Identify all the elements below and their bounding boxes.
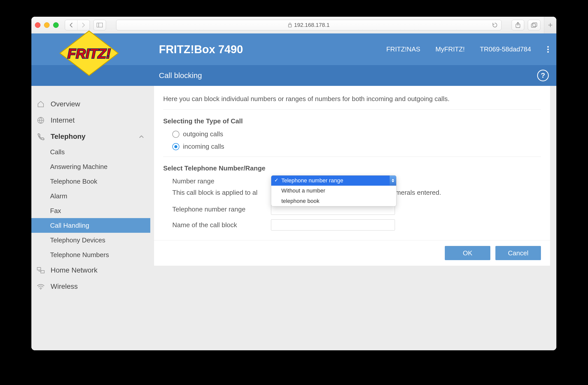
sidebar-item-wireless[interactable]: Wireless — [31, 278, 150, 295]
traffic-lights — [35, 22, 59, 28]
sidebar-item-alarm[interactable]: Alarm — [31, 189, 150, 203]
section-title-select-range: Select Telephone Number/Range — [163, 164, 541, 172]
radio-outgoing[interactable]: outgoing calls — [172, 130, 541, 138]
link-fritznas[interactable]: FRITZ!NAS — [386, 45, 420, 53]
minimize-window-icon[interactable] — [44, 22, 50, 28]
sidebar-item-home-network[interactable]: Home Network — [31, 262, 150, 278]
help-icon[interactable]: ? — [537, 70, 549, 81]
dropdown-option-without-number[interactable]: Without a number — [271, 186, 396, 196]
chevron-up-icon — [139, 135, 144, 138]
menu-dots-icon[interactable] — [546, 46, 550, 53]
sidebar-label: Wireless — [51, 282, 78, 291]
svg-rect-9 — [37, 267, 41, 270]
dropdown-stepper-icon — [390, 176, 396, 186]
address-bar[interactable]: 192.168.178.1 — [116, 20, 501, 30]
radio-icon — [172, 131, 179, 138]
link-session[interactable]: TR069-58dad784 — [480, 45, 531, 53]
input-block-name[interactable] — [271, 219, 395, 230]
sidebar-label: Home Network — [51, 266, 97, 274]
network-icon — [35, 267, 46, 274]
address-text: 192.168.178.1 — [294, 22, 330, 28]
sidebar-item-calls[interactable]: Calls — [31, 145, 150, 159]
content-panel: Here you can block individual numbers or… — [154, 86, 550, 266]
fritz-logo: FRITZ! — [54, 28, 124, 79]
section-title-call-type: Selecting the Type of Call — [163, 117, 541, 125]
dropdown-option-telephone-book[interactable]: telephone book — [271, 196, 396, 206]
header-links: FRITZ!NAS MyFRITZ! TR069-58dad784 — [386, 45, 556, 53]
page-title: Call blocking — [159, 71, 202, 80]
page-body: FRITZ! FRITZ!Box 7490 FRITZ!NAS MyFRITZ!… — [31, 33, 556, 350]
sidebar-item-answering-machine[interactable]: Answering Machine — [31, 159, 150, 174]
link-myfritz[interactable]: MyFRITZ! — [435, 45, 465, 53]
svg-text:FRITZ!: FRITZ! — [68, 46, 111, 61]
sidebar-item-internet[interactable]: Internet — [31, 112, 150, 128]
sidebar-item-telephony[interactable]: Telephony — [31, 128, 150, 145]
sidebar-label: Overview — [51, 100, 80, 108]
svg-rect-0 — [97, 23, 103, 27]
radio-label: incoming calls — [183, 143, 224, 150]
label-tel-range: Telephone number range — [172, 205, 271, 213]
lock-icon — [288, 23, 292, 27]
svg-rect-5 — [533, 23, 537, 26]
share-button[interactable] — [512, 20, 524, 30]
globe-icon — [35, 117, 46, 124]
number-range-dropdown[interactable]: Telephone number range Without a number … — [271, 175, 396, 207]
intro-text: Here you can block individual numbers or… — [163, 95, 541, 110]
close-window-icon[interactable] — [35, 22, 40, 28]
button-bar: OK Cancel — [154, 240, 550, 266]
sidebar-label: Internet — [51, 116, 75, 124]
sidebar-item-fax[interactable]: Fax — [31, 203, 150, 218]
dropdown-option-selected[interactable]: Telephone number range — [271, 176, 396, 186]
reload-icon[interactable] — [492, 22, 498, 28]
phone-icon — [35, 133, 46, 140]
ok-button[interactable]: OK — [445, 246, 490, 260]
radio-icon — [172, 143, 179, 150]
wifi-icon — [35, 283, 46, 290]
sidebar-item-telephone-numbers[interactable]: Telephone Numbers — [31, 247, 150, 262]
new-tab-button[interactable] — [544, 17, 556, 33]
label-block-name: Name of the call block — [172, 221, 271, 229]
sidebar: Overview Internet Telephony — [31, 86, 150, 350]
sidebar-item-telephone-book[interactable]: Telephone Book — [31, 174, 150, 189]
sidebar-label: Telephony — [51, 132, 86, 141]
cancel-button[interactable]: Cancel — [495, 246, 541, 260]
fullscreen-window-icon[interactable] — [53, 22, 59, 28]
svg-rect-2 — [288, 25, 291, 27]
app-title: FRITZ!Box 7490 — [159, 43, 243, 56]
radio-label: outgoing calls — [183, 130, 223, 138]
sidebar-item-call-handling[interactable]: Call Handling — [31, 218, 150, 233]
svg-rect-10 — [41, 271, 44, 273]
row-number-range: Number range Telephone number range With… — [172, 177, 541, 185]
svg-rect-4 — [531, 24, 536, 27]
home-icon — [35, 101, 46, 108]
row-block-name: Name of the call block — [172, 219, 541, 230]
tabs-button[interactable] — [528, 20, 540, 30]
browser-window: 192.168.178.1 FRITZ! — [31, 17, 556, 350]
sidebar-item-overview[interactable]: Overview — [31, 96, 150, 112]
sidebar-item-telephony-devices[interactable]: Telephony Devices — [31, 233, 150, 247]
label-number-range: Number range — [172, 177, 271, 185]
svg-point-11 — [40, 288, 41, 290]
radio-incoming[interactable]: incoming calls — [172, 143, 541, 150]
